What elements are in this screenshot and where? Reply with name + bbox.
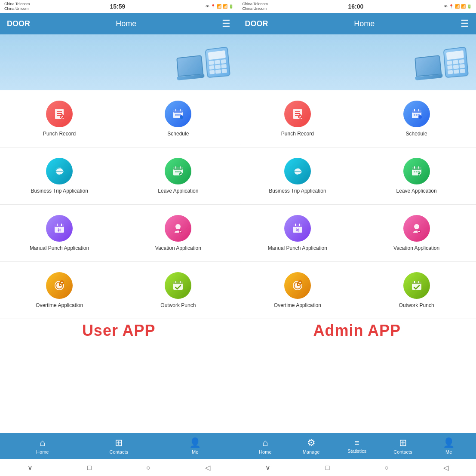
svg-rect-39 [173,282,183,284]
svg-rect-10 [177,114,179,116]
svg-point-4 [60,114,64,119]
sys-home-user[interactable]: □ [87,464,92,472]
schedule-label-admin: Schedule [406,131,427,137]
svg-rect-17 [173,167,183,170]
manual-punch-label-user: Manual Punch Application [30,245,89,251]
time-admin: 16:00 [348,3,364,10]
tab-contacts-admin[interactable]: ⊞ Contacts [380,437,426,455]
carrier2-user: China Unicom [4,6,30,11]
sys-back-user[interactable]: ∨ [28,464,33,472]
tab-bar-user: ⌂ Home ⊞ Contacts 👤 Me [0,433,238,459]
system-nav-user: ∨ □ ○ ◁ [0,459,238,476]
punch-record-item-user[interactable]: Punch Record [0,97,119,140]
svg-rect-52 [416,114,418,116]
overtime-item-admin[interactable]: Overtime Application [238,269,357,312]
punch-record-icon-admin [284,101,311,127]
tab-me-user[interactable]: 👤 Me [157,437,233,455]
sys-recents-admin[interactable]: ○ [384,464,389,472]
outwork-icon-admin [403,272,430,299]
svg-rect-60 [414,171,415,172]
svg-text:👤: 👤 [180,116,183,119]
svg-point-54 [418,115,422,119]
app-name-user: DOOR [7,19,30,28]
outwork-item-user[interactable]: Outwork Punch [119,269,237,312]
tab-bar-admin: ⌂ Home ⚙ Manage ≡ Statistics ⊞ Contacts … [238,433,476,459]
manual-punch-item-user[interactable]: 补 Manual Punch Application [0,212,119,255]
business-trip-label-admin: Business Trip Application [269,188,326,194]
grid-row-1-user: Punch Record 👤 Schedu [0,90,238,147]
punch-record-item-admin[interactable]: Punch Record [238,97,357,140]
svg-point-23 [179,172,183,176]
business-trip-item-user[interactable]: Business Trip Application [0,154,119,197]
leave-item-admin[interactable]: Leave Application [357,154,476,197]
manage-tab-label-admin: Manage [303,449,320,455]
leave-icon-user [165,158,191,184]
outwork-item-admin[interactable]: Outwork Punch [357,269,476,312]
home-tab-icon-admin: ⌂ [262,437,268,448]
grid-row-4-user: Overtime Application Outwork Punch [0,262,238,319]
svg-rect-20 [175,171,177,172]
leave-item-user[interactable]: Leave Application [119,154,237,197]
me-tab-icon-user: 👤 [189,437,201,448]
menu-icon-admin[interactable]: ☰ [461,18,469,29]
leave-label-user: Leave Application [158,188,198,194]
tab-manage-admin[interactable]: ⚙ Manage [288,437,334,455]
svg-rect-62 [418,171,420,172]
svg-rect-57 [412,167,421,170]
overtime-item-user[interactable]: Overtime Application [0,269,119,312]
status-bar-user: China Telecom China Unicom 15:59 👁 📍 📶 📶… [0,0,238,13]
home-tab-label-admin: Home [259,449,271,455]
carrier1-user: China Telecom [4,2,30,6]
me-tab-label-user: Me [192,449,198,455]
manage-tab-icon-admin: ⚙ [307,437,316,448]
business-trip-item-admin[interactable]: Business Trip Application [238,154,357,197]
contacts-tab-label-user: Contacts [110,449,128,455]
business-trip-icon-admin [284,158,311,184]
leave-label-admin: Leave Application [396,188,437,194]
sys-back-admin[interactable]: ∨ [265,464,270,472]
banner-icons-admin [414,48,467,77]
overtime-icon-user [46,272,73,299]
tab-home-user[interactable]: ⌂ Home [4,437,81,455]
punch-record-label-user: Punch Record [43,131,76,137]
tab-statistics-admin[interactable]: ≡ Statistics [334,439,380,454]
nav-bar-admin: DOOR Home ☰ [238,13,476,34]
sys-back2-admin[interactable]: ◁ [443,464,448,472]
sys-home-admin[interactable]: □ [326,464,330,472]
manual-punch-label-admin: Manual Punch Application [268,245,327,251]
sys-recents-user[interactable]: ○ [146,464,150,472]
sys-back2-user[interactable]: ◁ [205,464,210,472]
vacation-icon-user [165,215,191,242]
vacation-item-admin[interactable]: Vacation Application [357,212,476,255]
home-tab-icon-user: ⌂ [40,437,45,448]
user-app-panel: China Telecom China Unicom 15:59 👁 📍 📶 📶… [0,0,238,476]
vacation-label-user: Vacation Application [155,245,201,251]
vacation-item-user[interactable]: Vacation Application [119,212,237,255]
manual-punch-item-admin[interactable]: 补 Manual Punch Application [238,212,357,255]
svg-rect-79 [412,282,421,284]
calc-illustration-admin [443,46,469,78]
menu-icon-user[interactable]: ☰ [222,18,230,29]
business-trip-label-user: Business Trip Application [31,188,88,194]
contacts-tab-icon-admin: ⊞ [399,437,407,448]
vacation-label-admin: Vacation Application [393,245,439,251]
tab-me-admin[interactable]: 👤 Me [426,437,472,455]
banner-user [0,34,238,90]
schedule-item-admin[interactable]: Schedule [357,97,476,140]
outwork-label-admin: Outwork Punch [399,302,434,308]
nav-title-user: Home [116,19,136,28]
carrier-info-admin: China Telecom China Unicom [243,2,268,11]
punch-record-label-admin: Punch Record [281,131,314,137]
svg-rect-48 [412,110,421,113]
manual-punch-icon-user: 补 [46,215,73,242]
tab-home-admin[interactable]: ⌂ Home [243,437,289,455]
svg-rect-25 [55,224,64,227]
tab-contacts-user[interactable]: ⊞ Contacts [81,437,157,455]
menu-grid-user: Punch Record 👤 Schedu [0,90,238,433]
time-user: 15:59 [110,3,126,10]
svg-rect-61 [416,171,418,172]
status-bar-admin: China Telecom China Unicom 16:00 👁 📍 📶 📶… [238,0,476,13]
schedule-item-user[interactable]: 👤 Schedule [119,97,237,140]
contacts-tab-label-admin: Contacts [393,449,412,455]
status-icons-admin: 👁 📍 📶 📶 🔋 [444,4,472,9]
